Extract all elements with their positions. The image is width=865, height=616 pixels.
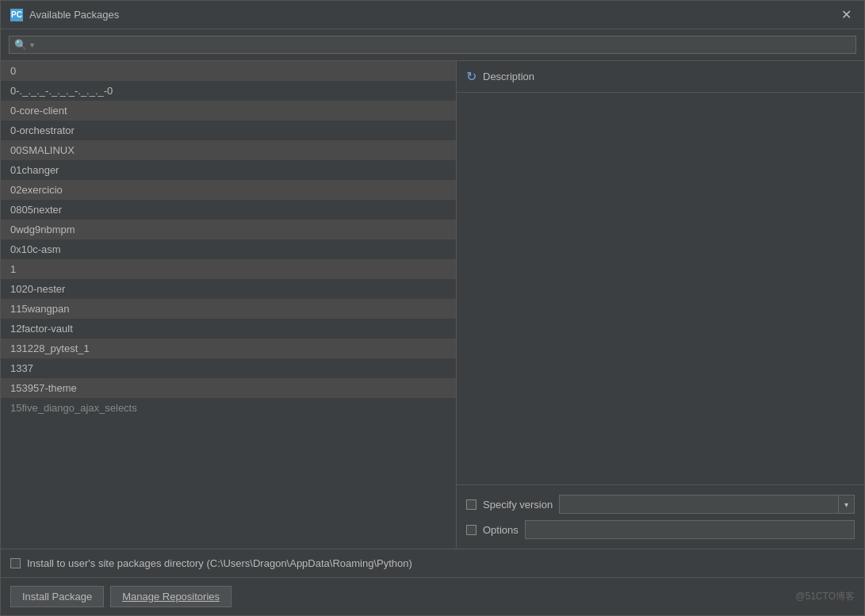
list-item[interactable]: 131228_pytest_1 bbox=[1, 339, 456, 358]
specify-version-row: Specify version ▾ bbox=[466, 492, 855, 517]
options-row: Options bbox=[466, 517, 855, 542]
install-to-user-label: Install to user's site packages director… bbox=[27, 557, 412, 569]
title-bar: PC Available Packages ✕ bbox=[1, 1, 864, 29]
watermark: @51CTO博客 bbox=[795, 590, 855, 603]
refresh-icon[interactable]: ↻ bbox=[466, 69, 477, 84]
options-checkbox[interactable] bbox=[466, 525, 477, 535]
install-to-user-checkbox[interactable] bbox=[10, 558, 21, 568]
footer: Install Package Manage Repositories @51C… bbox=[1, 577, 864, 615]
list-item[interactable]: 0805nexter bbox=[1, 200, 456, 220]
list-item[interactable]: 01changer bbox=[1, 160, 456, 180]
bottom-bar: Install to user's site packages director… bbox=[1, 549, 864, 577]
version-input-wrapper: ▾ bbox=[559, 495, 855, 514]
list-item[interactable]: 15five_diango_ajax_selects bbox=[1, 398, 456, 418]
install-package-button[interactable]: Install Package bbox=[10, 586, 104, 607]
list-item[interactable]: 153957-theme bbox=[1, 378, 456, 398]
main-content: 0 0-._._._-._._._-._._._-0 0-core-client… bbox=[1, 61, 864, 549]
close-button[interactable]: ✕ bbox=[838, 9, 855, 21]
right-panel: ↻ Description Specify version ▾ bbox=[457, 61, 864, 549]
search-input[interactable] bbox=[37, 39, 851, 51]
list-item[interactable]: 0x10c-asm bbox=[1, 239, 456, 259]
search-bar: 🔍 ▾ bbox=[1, 29, 864, 61]
list-item[interactable]: 12factor-vault bbox=[1, 319, 456, 339]
list-item[interactable]: 1337 bbox=[1, 358, 456, 378]
packages-list[interactable]: 0 0-._._._-._._._-._._._-0 0-core-client… bbox=[1, 61, 456, 549]
title-bar-left: PC Available Packages bbox=[10, 9, 119, 21]
list-item[interactable]: 0-._._._-._._._-._._._-0 bbox=[1, 81, 456, 101]
description-label: Description bbox=[483, 71, 534, 82]
options-input[interactable] bbox=[525, 520, 855, 539]
list-item[interactable]: 1 bbox=[1, 259, 456, 279]
list-item[interactable]: 00SMALINUX bbox=[1, 140, 456, 160]
description-content bbox=[457, 93, 864, 484]
search-wrapper[interactable]: 🔍 ▾ bbox=[9, 36, 856, 54]
list-item[interactable]: 0-orchestrator bbox=[1, 121, 456, 140]
list-item[interactable]: 115wangpan bbox=[1, 299, 456, 319]
packages-panel: 0 0-._._._-._._._-._._._-0 0-core-client… bbox=[1, 61, 457, 549]
list-item[interactable]: 0-core-client bbox=[1, 101, 456, 121]
options-area: Specify version ▾ Options bbox=[457, 484, 864, 549]
app-icon: PC bbox=[10, 9, 23, 21]
options-label: Options bbox=[483, 524, 519, 536]
right-panel-header: ↻ Description bbox=[457, 61, 864, 93]
list-item[interactable]: 02exercicio bbox=[1, 180, 456, 200]
version-dropdown-button[interactable]: ▾ bbox=[839, 495, 855, 514]
search-icon: 🔍 bbox=[14, 39, 27, 51]
list-item[interactable]: 0wdg9nbmpm bbox=[1, 220, 456, 239]
specify-version-label: Specify version bbox=[483, 499, 553, 511]
manage-repositories-button[interactable]: Manage Repositories bbox=[110, 586, 232, 607]
footer-buttons: Install Package Manage Repositories bbox=[10, 586, 232, 607]
available-packages-dialog: PC Available Packages ✕ 🔍 ▾ 0 0-._._._-.… bbox=[0, 0, 865, 616]
dialog-title: Available Packages bbox=[29, 9, 119, 21]
version-input[interactable] bbox=[559, 495, 839, 514]
specify-version-checkbox[interactable] bbox=[466, 499, 477, 510]
search-dropdown-arrow[interactable]: ▾ bbox=[30, 40, 34, 49]
list-item[interactable]: 1020-nester bbox=[1, 279, 456, 299]
list-item[interactable]: 0 bbox=[1, 61, 456, 81]
